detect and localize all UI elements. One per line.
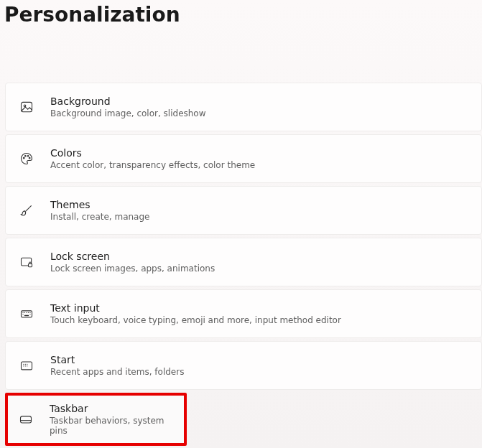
item-text: Text input Touch keyboard, voice typing,… [50,302,341,325]
svg-rect-17 [22,362,32,370]
image-icon [19,99,34,115]
settings-list: Background Background image, color, slid… [0,83,482,446]
taskbar-icon [18,411,34,427]
settings-item-taskbar[interactable]: Taskbar Taskbar behaviors, system pins [5,393,482,446]
start-grid-icon [19,358,34,373]
svg-rect-24 [21,416,32,423]
item-text: Start Recent apps and items, folders [50,354,184,377]
item-desc: Lock screen images, apps, animations [50,263,215,274]
settings-item-start[interactable]: Start Recent apps and items, folders [5,341,482,390]
svg-point-5 [29,157,30,159]
item-title: Taskbar [50,403,175,414]
svg-point-20 [27,364,27,365]
settings-item-themes[interactable]: Themes Install, create, manage [5,186,482,235]
item-text: Lock screen Lock screen images, apps, an… [50,251,215,274]
svg-point-23 [27,365,27,366]
svg-point-1 [24,105,26,107]
svg-point-4 [27,155,29,157]
item-title: Lock screen [50,251,215,262]
svg-point-2 [23,157,24,159]
keyboard-icon [19,306,34,322]
item-text: Colors Accent color, transparency effect… [50,147,255,170]
highlight-box: Taskbar Taskbar behaviors, system pins [5,393,187,446]
item-title: Themes [50,199,149,210]
item-title: Colors [50,147,255,159]
item-text: Themes Install, create, manage [50,199,149,222]
svg-point-18 [23,364,24,365]
lock-screen-icon [19,254,34,270]
item-desc: Touch keyboard, voice typing, emoji and … [50,315,341,325]
item-desc: Background image, color, slideshow [50,108,206,118]
item-title: Start [50,354,184,365]
svg-point-3 [25,155,27,157]
settings-item-background[interactable]: Background Background image, color, slid… [5,83,482,131]
item-title: Text input [50,302,341,314]
svg-point-22 [25,365,26,366]
page-title: Personalization [0,0,482,27]
item-text: Background Background image, color, slid… [50,95,206,118]
item-desc: Recent apps and items, folders [50,367,184,377]
palette-icon [19,151,34,167]
brush-icon [19,202,34,218]
item-text: Taskbar Taskbar behaviors, system pins [50,403,175,436]
svg-rect-0 [22,102,32,111]
item-desc: Accent color, transparency effects, colo… [50,160,255,170]
item-desc: Taskbar behaviors, system pins [50,416,175,436]
settings-item-text-input[interactable]: Text input Touch keyboard, voice typing,… [5,289,482,338]
item-desc: Install, create, manage [50,212,149,222]
svg-point-19 [25,364,26,365]
svg-rect-7 [29,264,32,267]
svg-point-21 [23,365,24,366]
item-title: Background [50,95,206,107]
settings-item-colors[interactable]: Colors Accent color, transparency effect… [5,134,482,183]
settings-item-lock-screen[interactable]: Lock screen Lock screen images, apps, an… [5,238,482,286]
